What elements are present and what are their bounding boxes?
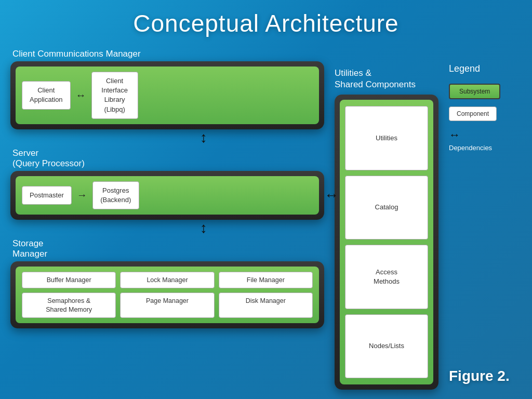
client-section: Client Communications Manager ClientAppl… (10, 48, 324, 129)
client-interface-library-component: ClientInterfaceLibrary(Libpq) (91, 72, 138, 119)
content-area: Client Communications Manager ClientAppl… (0, 43, 532, 395)
server-to-storage-arrow-icon: ↕ (10, 221, 324, 235)
nodes-lists-component: Nodes/Lists (345, 314, 428, 378)
legend-component-box: Component (449, 107, 497, 121)
client-application-component: ClientApplication (22, 81, 71, 109)
legend-arrow-row: ↔ (449, 128, 492, 142)
utilities-label: Utilities &Shared Components (335, 68, 438, 90)
storage-subsystem: Buffer Manager Lock Manager File Manager… (10, 261, 324, 328)
access-methods-component: AccessMethods (345, 245, 428, 309)
client-to-server-arrow-icon: ↕ (10, 130, 324, 145)
page-title: Conceptual Architecture (0, 0, 532, 43)
left-section: Client Communications Manager ClientAppl… (10, 48, 324, 390)
client-subsystem-inner: ClientApplication ↔ ClientInterfaceLibra… (16, 66, 319, 124)
utilities-subsystem-inner: Utilities Catalog AccessMethods Nodes/Li… (340, 100, 433, 384)
postgres-backend-component: Postgres(Backend) (92, 181, 139, 209)
backend-to-utilities-arrow-icon: ↔ (324, 187, 339, 204)
legend-section: Legend Subsystem Component ↔ Dependencie… (449, 48, 522, 390)
server-subsystem: Postmaster → Postgres(Backend) ↔ (10, 171, 324, 220)
storage-label: StorageManager (10, 238, 324, 259)
file-manager-component: File Manager (219, 272, 313, 288)
client-label: Client Communications Manager (10, 49, 324, 59)
catalog-component: Catalog (345, 176, 428, 240)
legend-arrow-icon: ↔ (449, 128, 460, 142)
utilities-component: Utilities (345, 106, 428, 170)
client-arrow-icon: ↔ (76, 89, 86, 101)
storage-subsystem-inner: Buffer Manager Lock Manager File Manager… (16, 267, 319, 323)
buffer-manager-component: Buffer Manager (22, 272, 116, 288)
server-label: Server(Query Processor) (10, 148, 324, 169)
lock-manager-component: Lock Manager (120, 272, 214, 288)
page-container: Conceptual Architecture Client Communica… (0, 0, 532, 395)
utilities-subsystem: Utilities Catalog AccessMethods Nodes/Li… (335, 95, 438, 390)
server-section: Server(Query Processor) Postmaster → Pos… (10, 147, 324, 220)
figure-label: Figure 2. (449, 368, 515, 390)
utilities-section: Utilities &Shared Components Utilities C… (335, 48, 438, 390)
storage-section: StorageManager Buffer Manager Lock Manag… (10, 237, 324, 328)
disk-manager-component: Disk Manager (219, 292, 313, 318)
page-manager-component: Page Manager (120, 292, 214, 318)
legend-component-item: Component (449, 107, 497, 121)
legend-dependencies-item: ↔ Dependencies (449, 128, 492, 152)
legend-subsystem-item: Subsystem (449, 84, 500, 99)
server-subsystem-inner: Postmaster → Postgres(Backend) ↔ (16, 176, 319, 215)
legend-title: Legend (449, 63, 480, 74)
legend-dependencies-label: Dependencies (449, 144, 492, 152)
postmaster-arrow-icon: → (77, 189, 87, 201)
postmaster-component: Postmaster (22, 186, 72, 205)
semaphores-component: Semaphores &Shared Memory (22, 292, 116, 318)
legend-subsystem-box: Subsystem (449, 84, 500, 99)
client-subsystem: ClientApplication ↔ ClientInterfaceLibra… (10, 61, 324, 129)
